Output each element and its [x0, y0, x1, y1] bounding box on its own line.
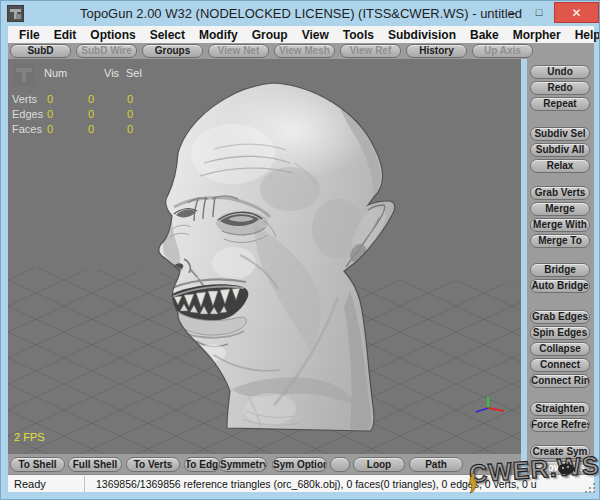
toolbar-view-ref-button[interactable]: View Ref	[340, 44, 401, 58]
edges-sel: 0	[127, 108, 133, 120]
spin-edges-button[interactable]: Spin Edges	[530, 326, 590, 340]
merge-button[interactable]: Merge	[530, 202, 590, 216]
repeat-button[interactable]: Repeat	[530, 97, 590, 111]
full-shell-button[interactable]: Full Shell	[68, 457, 122, 472]
auto-bridge-button[interactable]: Auto Bridge	[530, 279, 590, 293]
toolbar-history-button[interactable]: History	[406, 44, 467, 58]
to-shell-button[interactable]: To Shell	[10, 457, 65, 472]
stats-col-num: Num	[44, 67, 67, 79]
bottom-toolbar: To Shell Full Shell To Verts To Edge Sym…	[8, 454, 521, 474]
faces-vis: 0	[88, 123, 94, 135]
menu-bake[interactable]: Bake	[463, 28, 506, 42]
top-toolbar: SubD SubD Wire Groups View Net View Mesh…	[8, 43, 594, 59]
relax-button[interactable]: Relax	[530, 159, 590, 173]
menu-file[interactable]: File	[12, 28, 47, 42]
topogun-window: TopoGun 2.00 W32 (NODELOCKED LICENSE) (I…	[0, 0, 600, 500]
to-verts-button[interactable]: To Verts	[126, 457, 180, 472]
topogun-ghost-logo	[12, 63, 36, 89]
collapse-button[interactable]: Collapse	[530, 342, 590, 356]
sym-options-button[interactable]: Sym Options	[272, 457, 327, 472]
toolbar-groups-button[interactable]: Groups	[142, 44, 203, 58]
stats-row-verts-label: Verts	[12, 93, 37, 105]
toolbar-subd-wire-button[interactable]: SubD Wire	[76, 44, 137, 58]
edges-vis: 0	[88, 108, 94, 120]
menu-options[interactable]: Options	[83, 28, 142, 42]
minimize-icon[interactable]: –	[501, 2, 525, 23]
stats-panel: Num Vis Sel Verts 0 0 0 Edges 0 0 0 Face…	[8, 59, 168, 149]
grab-edges-button[interactable]: Grab Edges	[530, 310, 590, 324]
connect-ring-button[interactable]: Connect Ring	[530, 374, 590, 388]
redo-button[interactable]: Redo	[530, 81, 590, 95]
title-bar[interactable]: TopoGun 2.00 W32 (NODELOCKED LICENSE) (I…	[1, 1, 600, 26]
bridge-button[interactable]: Bridge	[530, 263, 590, 277]
maximize-icon[interactable]: □	[527, 2, 551, 23]
merge-with-button[interactable]: Merge With	[530, 218, 590, 232]
undo-button[interactable]: Undo	[530, 65, 590, 79]
menu-modify[interactable]: Modify	[192, 28, 245, 42]
faces-sel: 0	[127, 123, 133, 135]
watermark-blob-icon	[557, 461, 575, 479]
subdiv-all-button[interactable]: Subdiv All	[530, 143, 590, 157]
loop-button[interactable]: Loop	[353, 457, 405, 472]
path-button[interactable]: Path	[409, 457, 463, 472]
menu-help[interactable]: Help	[568, 28, 600, 42]
viewport-3d[interactable]: Num Vis Sel Verts 0 0 0 Edges 0 0 0 Face…	[8, 59, 521, 454]
watermark-figure-icon	[465, 471, 481, 499]
edges-num: 0	[47, 108, 53, 120]
empty-button[interactable]	[330, 457, 350, 472]
toolbar-view-mesh-button[interactable]: View Mesh	[274, 44, 335, 58]
toolbar-view-net-button[interactable]: View Net	[208, 44, 269, 58]
stats-row-faces-label: Faces	[12, 123, 42, 135]
symmetry-button[interactable]: Symmetry	[219, 457, 267, 472]
stats-row-edges-label: Edges	[12, 108, 43, 120]
fps-counter: 2 FPS	[14, 431, 45, 443]
toolbar-subd-button[interactable]: SubD	[10, 44, 71, 58]
verts-vis: 0	[88, 93, 94, 105]
menu-view[interactable]: View	[295, 28, 336, 42]
merge-to-button[interactable]: Merge To	[530, 234, 590, 248]
menu-select[interactable]: Select	[143, 28, 192, 42]
menu-tools[interactable]: Tools	[336, 28, 381, 42]
menu-morpher[interactable]: Morpher	[506, 28, 568, 42]
resize-grip[interactable]	[585, 480, 596, 498]
faces-num: 0	[47, 123, 53, 135]
grab-verts-button[interactable]: Grab Verts	[530, 186, 590, 200]
stats-col-vis: Vis	[104, 67, 119, 79]
straighten-button[interactable]: Straighten	[530, 402, 590, 416]
close-icon[interactable]: ✕	[554, 2, 599, 23]
status-state: Ready	[14, 478, 46, 490]
toolbar-up-axis-button[interactable]: Up Axis	[472, 44, 533, 58]
connect-button[interactable]: Connect	[530, 358, 590, 372]
status-separator	[84, 476, 85, 492]
menu-edit[interactable]: Edit	[47, 28, 84, 42]
verts-num: 0	[47, 93, 53, 105]
subdiv-sel-button[interactable]: Subdiv Sel	[530, 127, 590, 141]
menu-bar: File Edit Options Select Modify Group Vi…	[8, 26, 594, 43]
stats-col-sel: Sel	[126, 67, 142, 79]
verts-sel: 0	[127, 93, 133, 105]
right-tool-panel: Undo Redo Repeat Subdiv Sel Subdiv All R…	[527, 59, 594, 474]
menu-group[interactable]: Group	[245, 28, 295, 42]
menu-subdivision[interactable]: Subdivision	[381, 28, 463, 42]
force-refresh-button[interactable]: Force Refresh	[530, 418, 590, 432]
to-edge-button[interactable]: To Edge	[184, 457, 220, 472]
